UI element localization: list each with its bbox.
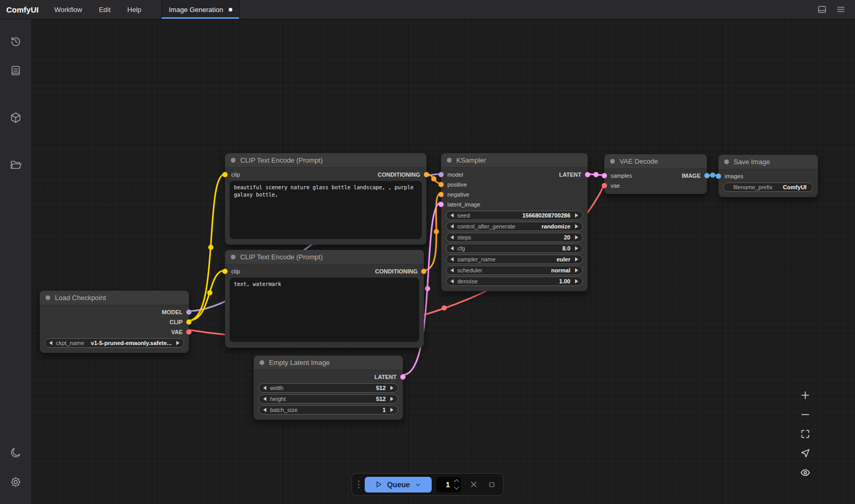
widget-increment-icon[interactable] [575,246,578,250]
zoom-out-icon[interactable] [800,409,811,420]
select-mode-icon[interactable] [800,448,811,459]
widget-decrement-icon[interactable] [263,386,266,390]
node-header[interactable]: Save Image [718,155,818,169]
chevron-down-icon[interactable] [414,481,422,488]
port-dot-image[interactable] [716,174,721,179]
widget-filename-prefix[interactable]: filename_prefix ComfyUI [723,182,813,192]
theme-toggle-icon[interactable] [0,438,31,467]
widget-increment-icon[interactable] [575,213,578,217]
port-dot-conditioning[interactable] [421,269,426,274]
collapse-dot[interactable] [447,158,452,163]
widget-decrement-icon[interactable] [263,397,266,401]
workflows-folder-icon[interactable] [0,150,31,179]
settings-gear-icon[interactable] [0,467,31,497]
node-ksampler[interactable]: KSampler model LATENT positive [441,153,588,291]
node-load-checkpoint[interactable]: Load Checkpoint MODEL CLIP VAE [40,291,189,353]
input-clip[interactable]: clip [230,171,240,178]
port-dot-clip[interactable] [222,172,228,177]
input-images[interactable]: images [723,173,743,179]
toggle-link-visibility-icon[interactable] [800,467,811,478]
collapse-dot[interactable] [231,158,235,163]
widget-cfg[interactable]: cfg 8.0 [446,244,583,253]
widget-decrement-icon[interactable] [451,268,454,272]
prompt-textarea[interactable]: text, watermark [230,278,419,342]
port-dot-image[interactable] [704,173,710,178]
widget-decrement-icon[interactable] [451,213,454,217]
output-image[interactable]: IMAGE [682,173,702,179]
port-dot-latent[interactable] [438,202,444,207]
node-header[interactable]: KSampler [441,153,588,168]
widget-width[interactable]: width 512 [258,383,398,393]
widget-increment-icon[interactable] [575,235,578,239]
fit-view-icon[interactable] [800,428,811,440]
zoom-in-icon[interactable] [800,390,811,401]
input-model[interactable]: model [446,171,463,178]
menu-help[interactable]: Help [119,0,150,19]
prompt-textarea[interactable]: beautiful scenery nature glass bottle la… [230,181,422,239]
widget-increment-icon[interactable] [390,408,393,412]
menu-workflow[interactable]: Workflow [46,0,91,19]
output-conditioning[interactable]: CONDITIONING [378,171,422,178]
menu-edit[interactable]: Edit [91,0,119,19]
drag-handle-icon[interactable] [357,480,360,488]
collapse-dot[interactable] [231,255,235,259]
port-dot-vae[interactable] [186,329,192,335]
node-header[interactable]: CLIP Text Encode (Prompt) [225,250,424,265]
port-dot-clip[interactable] [222,269,228,274]
tab-image-generation[interactable]: Image Generation [161,0,240,19]
port-dot-conditioning[interactable] [438,192,444,197]
node-header[interactable]: Empty Latent Image [254,356,403,370]
widget-increment-icon[interactable] [575,268,578,272]
port-dot-model[interactable] [438,172,444,177]
output-latent[interactable]: LATENT [374,374,398,380]
widget-seed[interactable]: seed 156680208700286 [446,211,583,220]
app-logo[interactable]: ComfyUI [0,0,46,19]
widget-decrement-icon[interactable] [263,408,266,412]
input-vae[interactable]: vae [609,182,620,189]
port-dot-latent[interactable] [400,374,406,380]
model-library-icon[interactable] [0,103,31,132]
workflow-history-icon[interactable] [0,27,31,56]
widget-increment-icon[interactable] [390,397,393,401]
widget-ckpt-name[interactable]: ckpt_name v1-5-pruned-emaonly.safete... [44,338,184,348]
node-header[interactable]: VAE Decode [604,154,707,169]
widget-increment-icon[interactable] [390,386,393,390]
input-samples[interactable]: samples [609,173,632,179]
batch-count-input[interactable]: 1 [436,477,461,492]
node-library-icon[interactable] [0,56,31,85]
port-dot-clip[interactable] [186,319,192,325]
collapse-dot[interactable] [724,159,729,164]
output-clip[interactable]: CLIP [170,319,184,325]
spinner-up-icon[interactable] [454,479,459,485]
collapse-dot[interactable] [46,295,50,300]
node-save-image[interactable]: Save Image images filename_prefix ComfyU… [718,155,818,197]
widget-scheduler[interactable]: scheduler normal [446,266,583,275]
widget-height[interactable]: height 512 [258,394,398,404]
widget-sampler-name[interactable]: sampler_name euler [446,255,583,264]
output-latent[interactable]: LATENT [559,171,583,178]
node-header[interactable]: Load Checkpoint [40,291,189,305]
collapse-dot[interactable] [260,360,264,365]
widget-denoise[interactable]: denoise 1.00 [446,277,583,286]
widget-decrement-icon[interactable] [451,224,454,228]
node-clip-text-encode-negative[interactable]: CLIP Text Encode (Prompt) clip CONDITION… [225,250,424,348]
output-vae[interactable]: VAE [171,329,184,335]
widget-decrement-icon[interactable] [451,246,454,250]
menu-icon[interactable] [835,4,847,15]
node-clip-text-encode-positive[interactable]: CLIP Text Encode (Prompt) clip CONDITION… [225,153,426,245]
panel-bottom-icon[interactable] [816,4,828,15]
widget-increment-icon[interactable] [575,279,578,283]
widget-increment-icon[interactable] [575,257,578,261]
widget-increment-icon[interactable] [575,224,578,228]
node-empty-latent-image[interactable]: Empty Latent Image LATENT width 512 heig… [254,356,403,420]
input-negative[interactable]: negative [446,191,469,198]
input-latent-image[interactable]: latent_image [446,201,480,208]
port-dot-conditioning[interactable] [438,182,444,187]
port-dot-conditioning[interactable] [424,172,429,177]
spinner-down-icon[interactable] [454,485,459,490]
output-conditioning[interactable]: CONDITIONING [375,268,419,274]
widget-steps[interactable]: steps 20 [446,233,583,242]
port-dot-latent[interactable] [602,173,607,178]
link-clip-negative[interactable] [189,270,225,320]
node-graph-canvas[interactable]: Load Checkpoint MODEL CLIP VAE [31,19,855,504]
